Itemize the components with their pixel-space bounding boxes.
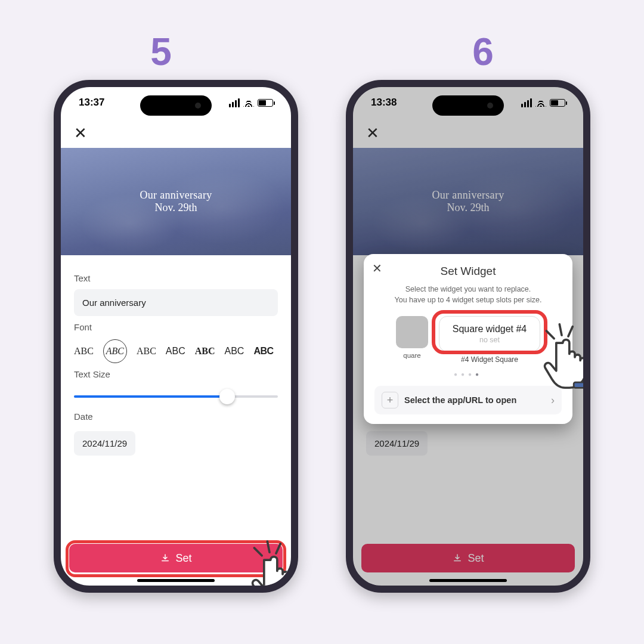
text-label: Text <box>74 273 278 283</box>
select-app-button[interactable]: + Select the app/URL to open › <box>374 386 562 414</box>
slot-title: Square widget #4 <box>444 324 535 335</box>
plus-icon: + <box>382 392 398 408</box>
font-option[interactable]: ABC <box>253 346 273 357</box>
modal-title: Set Widget <box>374 265 562 278</box>
slot-status: no set <box>444 336 535 344</box>
font-option[interactable]: ABC <box>225 346 244 357</box>
battery-icon <box>258 99 273 107</box>
status-time: 13:37 <box>79 97 104 109</box>
set-widget-modal: ✕ Set Widget Select the widget you want … <box>364 254 572 424</box>
dynamic-island <box>432 95 504 116</box>
cellular-icon <box>229 98 240 107</box>
date-input[interactable]: 2024/11/29 <box>74 431 135 456</box>
widget-thumb-icon <box>396 316 428 348</box>
date-label: Date <box>74 411 278 422</box>
preview-title: Our anniversary <box>140 189 212 202</box>
preview-date: Nov. 29th <box>155 202 197 214</box>
close-button[interactable]: ✕ <box>366 124 379 143</box>
status-time: 13:38 <box>371 97 397 109</box>
text-size-label: Text Size <box>74 369 278 379</box>
select-app-label: Select the app/URL to open <box>404 395 545 405</box>
chevron-right-icon: › <box>551 394 555 407</box>
home-indicator <box>137 579 215 582</box>
font-picker[interactable]: ABC ABC ABC ABC ABC ABC ABC ABC <box>74 339 278 363</box>
font-option[interactable]: ABC <box>166 346 185 357</box>
modal-close-button[interactable]: ✕ <box>372 261 382 275</box>
phone-step-5: 13:37 ✕ Our anniversary Nov. 29th Text O… <box>54 80 298 593</box>
font-option[interactable]: ABC <box>195 346 215 357</box>
font-option[interactable]: ABC <box>74 346 94 357</box>
modal-subtitle: Select the widget you want to replace.Yo… <box>374 284 562 305</box>
battery-icon <box>550 99 565 107</box>
phone-step-6: 13:38 ✕ Our anniversary Nov. 29th Text O… <box>346 80 590 593</box>
dynamic-island <box>140 95 212 116</box>
slot-caption: #4 Widget Square <box>461 355 518 364</box>
download-icon <box>160 553 171 564</box>
font-option-selected[interactable]: ABC <box>103 339 127 363</box>
step-6-label: 6 <box>472 30 494 74</box>
widget-slot-prev[interactable]: quare <box>396 316 428 359</box>
text-size-slider[interactable] <box>74 388 278 405</box>
font-option[interactable]: ABC <box>137 346 156 357</box>
font-label: Font <box>74 322 278 332</box>
wifi-icon <box>243 98 254 107</box>
widget-preview: Our anniversary Nov. 29th <box>61 148 291 255</box>
set-button-label: Set <box>175 552 191 565</box>
step-5-label: 5 <box>150 30 172 74</box>
cellular-icon <box>521 98 532 107</box>
step-numbers: 5 6 <box>0 0 644 74</box>
widget-form: Text Our anniversary Font ABC ABC ABC AB… <box>61 255 291 467</box>
text-input[interactable]: Our anniversary <box>74 289 278 316</box>
wifi-icon <box>535 98 546 107</box>
page-dots: ●●●● <box>374 371 562 377</box>
close-button[interactable]: ✕ <box>74 124 87 143</box>
set-button[interactable]: Set <box>69 544 283 572</box>
widget-slot-4[interactable]: Square widget #4 no set #4 Widget Square <box>439 316 540 364</box>
home-indicator <box>429 579 507 582</box>
